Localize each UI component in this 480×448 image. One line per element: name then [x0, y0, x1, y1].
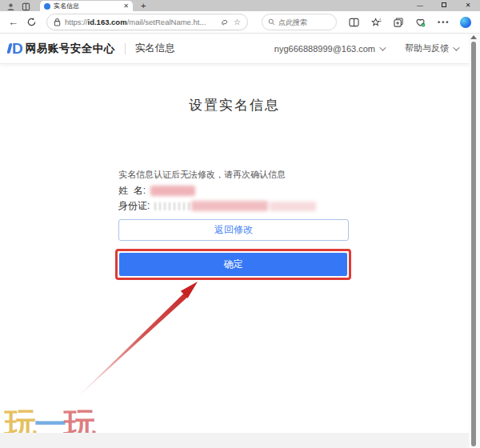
- minimize-button[interactable]: —: [408, 0, 432, 11]
- browser-essentials-icon[interactable]: [415, 18, 426, 27]
- more-menu-icon[interactable]: •••: [438, 18, 450, 26]
- maximize-button[interactable]: [432, 0, 456, 11]
- collections-icon[interactable]: [394, 18, 403, 27]
- help-feedback-dropdown[interactable]: 帮助与反馈: [405, 42, 458, 54]
- help-label: 帮助与反馈: [405, 42, 449, 54]
- site-favicon-icon: [44, 3, 50, 10]
- browser-tab[interactable]: 实名信息 ✕: [40, 1, 133, 11]
- scrollbar-thumb[interactable]: [471, 42, 476, 446]
- account-dropdown[interactable]: nyg666888999@163.com: [274, 44, 384, 54]
- favorite-star-icon[interactable]: ☆: [234, 18, 241, 26]
- window-controls: — ✕: [408, 0, 480, 11]
- redacted-id-dots: [154, 202, 190, 210]
- copilot-icon[interactable]: [460, 17, 471, 28]
- browser-address-bar: ← https://id.163.com/mail/setRealName.ht…: [0, 11, 480, 34]
- name-label: 姓 名:: [118, 184, 146, 198]
- annotation-highlight-box: 确定: [115, 249, 351, 280]
- footer-strip: [0, 433, 480, 448]
- confirm-button[interactable]: 确定: [119, 253, 347, 276]
- nav-real-name: 实名信息: [135, 42, 175, 55]
- name-row: 姓 名:: [118, 184, 195, 198]
- split-screen-icon[interactable]: [349, 18, 359, 27]
- redacted-id-value-tail: [270, 202, 316, 211]
- id-row: 身份证:: [118, 199, 316, 213]
- back-icon[interactable]: ←: [8, 16, 18, 28]
- page-title: 设置实名信息: [0, 96, 469, 114]
- refresh-icon[interactable]: [26, 17, 37, 27]
- new-tab-button[interactable]: +: [141, 1, 146, 11]
- brand-title: 网易账号安全中心: [26, 42, 115, 56]
- tab-title: 实名信息: [54, 2, 123, 10]
- back-modify-button[interactable]: 返回修改: [118, 219, 349, 241]
- redacted-name-value: [150, 186, 195, 196]
- tab-close-icon[interactable]: ✕: [123, 2, 129, 10]
- chevron-down-icon: [379, 44, 386, 50]
- page-content: 设置实名信息 实名信息认证后无法修改，请再次确认信息 姓 名: 身份证: 返回修…: [0, 64, 480, 448]
- search-input[interactable]: [278, 18, 330, 26]
- id-label: 身份证:: [118, 199, 150, 213]
- url-text: https://id.163.com/mail/setRealName.ht..…: [65, 18, 216, 26]
- site-header: D 网易账号安全中心 实名信息 nyg666888999@163.com 帮助与…: [0, 34, 480, 64]
- header-divider: [125, 43, 126, 54]
- netease-id-logo-icon[interactable]: D: [8, 41, 23, 56]
- chevron-down-icon: [453, 44, 459, 50]
- search-box[interactable]: [262, 14, 337, 30]
- warning-text: 实名信息认证后无法修改，请再次确认信息: [118, 169, 286, 181]
- lock-icon: [54, 18, 61, 26]
- workspaces-icon[interactable]: [22, 2, 30, 11]
- favorites-bar-icon[interactable]: [371, 18, 382, 27]
- redacted-id-value: [191, 201, 268, 211]
- account-email: nyg666888999@163.com: [274, 44, 375, 54]
- search-icon: [268, 18, 275, 26]
- browser-tab-strip: 实名信息 ✕ + — ✕: [0, 0, 480, 11]
- url-field[interactable]: https://id.163.com/mail/setRealName.ht..…: [46, 14, 248, 30]
- profile-icon[interactable]: [6, 2, 15, 11]
- read-aloud-icon[interactable]: [221, 18, 229, 26]
- close-button[interactable]: ✕: [456, 0, 480, 11]
- scrollbar-up-icon[interactable]: [470, 35, 477, 39]
